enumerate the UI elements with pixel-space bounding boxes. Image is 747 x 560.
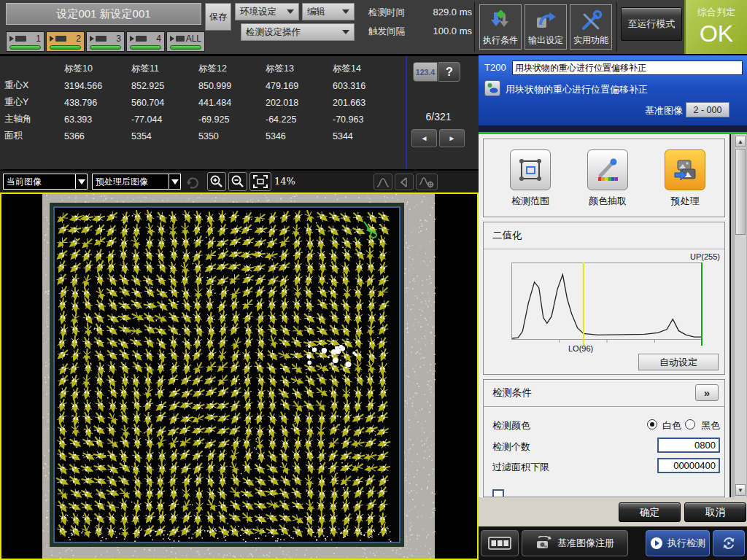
panel-scrollbar[interactable]: ▲ ▼ xyxy=(735,134,746,497)
unit-id: T200 xyxy=(484,62,506,73)
detect-count-input[interactable] xyxy=(657,438,720,453)
cancel-button[interactable]: 取消 xyxy=(684,502,746,522)
camera-tabs: 1 2 3 4 ALL xyxy=(6,31,205,52)
zoom-in-button[interactable] xyxy=(207,172,226,191)
table-cell: 603.316 xyxy=(333,77,400,94)
clipped-checkbox[interactable] xyxy=(492,489,504,497)
next-page-button[interactable]: ► xyxy=(439,129,465,147)
color-extract-button[interactable] xyxy=(587,149,628,190)
timing-stats: 检测时间 829.0 ms 触发间隔 100.0 ms xyxy=(368,7,472,44)
run-measure-button[interactable]: 执行检测 xyxy=(646,530,710,556)
judgement-value: OK xyxy=(700,20,733,47)
detect-settings-ops-menu[interactable]: 检测设定操作 xyxy=(241,23,355,41)
play-icon xyxy=(90,36,94,42)
display-settings-button[interactable] xyxy=(416,174,438,190)
chevron-down-icon xyxy=(287,9,294,14)
continuous-measure-button[interactable] xyxy=(713,530,745,556)
status-bar-green xyxy=(9,45,41,50)
unit-name-input[interactable] xyxy=(512,61,743,75)
divider xyxy=(616,2,617,52)
play-circle-icon xyxy=(650,537,663,550)
table-cell: 850.999 xyxy=(198,77,266,94)
table-cell: -70.963 xyxy=(333,111,400,128)
utility-button[interactable]: 实用功能 xyxy=(570,4,612,50)
chevron-down-icon xyxy=(75,174,87,189)
register-ref-image-button[interactable]: 基准图像注册 xyxy=(522,530,628,556)
binarization-title: 二值化 xyxy=(492,229,522,242)
image-source-select[interactable]: 当前图像 xyxy=(3,174,88,190)
numeric-display-button[interactable]: 123.4 xyxy=(413,62,438,82)
row-label: 面积 xyxy=(4,128,64,144)
detect-time-label: 检测时间 xyxy=(368,7,414,19)
table-cell: 202.018 xyxy=(266,94,333,111)
page-indicator: 6/321 xyxy=(409,111,468,122)
angle-arrow-icon xyxy=(398,176,410,188)
status-bar-green xyxy=(130,45,161,50)
unit-description: 用块状物的重心进行位置偏移补正 xyxy=(506,83,648,96)
scroll-up-button[interactable]: ▲ xyxy=(735,136,746,147)
refresh-button[interactable] xyxy=(184,174,201,191)
edit-menu[interactable]: 编辑 xyxy=(302,3,355,20)
tab-camera-1[interactable]: 1 xyxy=(6,31,44,52)
help-button[interactable]: ? xyxy=(438,62,460,82)
table-cell: 5354 xyxy=(131,128,198,144)
camera-icon xyxy=(55,36,66,42)
min-area-input[interactable] xyxy=(657,458,720,473)
min-area-label: 过滤面积下限 xyxy=(492,461,549,474)
divider xyxy=(479,125,747,134)
upper-threshold-label: UP(255) xyxy=(690,252,720,261)
prev-page-button[interactable]: ◄ xyxy=(411,129,437,147)
status-bar-green xyxy=(90,45,121,50)
table-cell: 441.484 xyxy=(198,94,266,111)
image-mode-select[interactable]: 预处理后图像 xyxy=(92,174,181,190)
save-button[interactable]: 保存 xyxy=(205,3,231,31)
tab-camera-all[interactable]: ALL xyxy=(166,31,205,52)
scroll-down-button[interactable]: ▼ xyxy=(735,484,746,496)
table-cell: 63.393 xyxy=(64,111,131,128)
output-settings-button[interactable]: 输出设定 xyxy=(525,4,567,50)
chevron-down-icon xyxy=(342,30,349,34)
white-radio[interactable] xyxy=(647,419,657,429)
column-header: 标签14 xyxy=(333,61,400,77)
table-cell: 560.704 xyxy=(131,94,198,111)
histogram[interactable]: UP(255) LO(96) xyxy=(511,262,703,353)
table-cell: 5346 xyxy=(266,128,333,144)
tab-camera-2[interactable]: 2 xyxy=(46,31,85,52)
divider xyxy=(406,56,407,169)
play-icon xyxy=(170,36,174,42)
auto-set-button[interactable]: 自动设定 xyxy=(638,354,719,370)
environment-settings-menu[interactable]: 环境设定 xyxy=(235,3,299,20)
conditions-section: 检测条件 » 检测颜色 白色 黑色 检测个数 过滤面积下限 xyxy=(483,379,725,497)
table-cell: 5350 xyxy=(198,128,266,144)
expand-button[interactable]: » xyxy=(695,384,719,401)
profile-display-button[interactable] xyxy=(395,174,414,190)
scrollbar-thumb[interactable] xyxy=(735,149,746,235)
film-strip-button[interactable] xyxy=(481,530,519,556)
tab-camera-3[interactable]: 3 xyxy=(86,31,125,52)
detect-range-button[interactable] xyxy=(510,149,551,190)
exec-condition-button[interactable]: 执行条件 xyxy=(479,4,522,50)
curve-gear-icon xyxy=(419,176,435,189)
white-radio-label[interactable]: 白色 xyxy=(662,419,681,432)
ref-image-value[interactable]: 2 - 000 xyxy=(686,102,729,117)
tab-camera-4[interactable]: 4 xyxy=(126,31,165,52)
histogram-display-button[interactable] xyxy=(374,174,392,190)
table-cell: 5366 xyxy=(64,128,131,144)
fit-to-screen-button[interactable] xyxy=(249,172,271,191)
zoom-out-button[interactable] xyxy=(228,172,247,191)
camera-image-canvas[interactable] xyxy=(1,194,477,559)
fit-screen-icon xyxy=(252,174,268,189)
table-cell: 479.169 xyxy=(266,77,333,94)
settings-content: 检测范围 颜色抽取 xyxy=(479,134,747,497)
table-cell: -69.925 xyxy=(198,111,266,128)
confirm-strip: 确定 取消 xyxy=(479,497,747,526)
play-icon xyxy=(50,36,54,42)
black-radio[interactable] xyxy=(685,419,695,429)
black-radio-label[interactable]: 黑色 xyxy=(701,419,720,432)
color-extract-label: 颜色抽取 xyxy=(587,195,628,208)
to-run-mode-button[interactable]: 至运行模式 xyxy=(621,7,682,41)
ref-image-label: 基准图像 xyxy=(645,104,683,117)
preprocess-button[interactable] xyxy=(665,149,705,190)
results-table: 标签10 标签11 标签12 标签13 标签14 重心X 3194.566 85… xyxy=(4,61,400,144)
ok-button[interactable]: 确定 xyxy=(619,502,681,522)
